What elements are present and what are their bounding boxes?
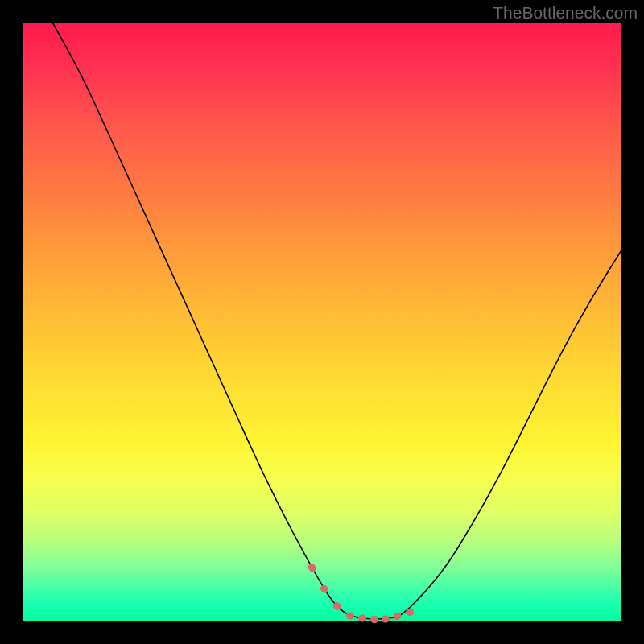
curve-path <box>52 23 621 619</box>
highlight-dash <box>357 614 366 622</box>
highlight-dash <box>406 609 414 616</box>
attribution-text: TheBottleneck.com <box>493 3 638 23</box>
highlight-dash <box>370 616 378 623</box>
curve-svg <box>23 23 621 621</box>
chart-area <box>23 23 621 621</box>
